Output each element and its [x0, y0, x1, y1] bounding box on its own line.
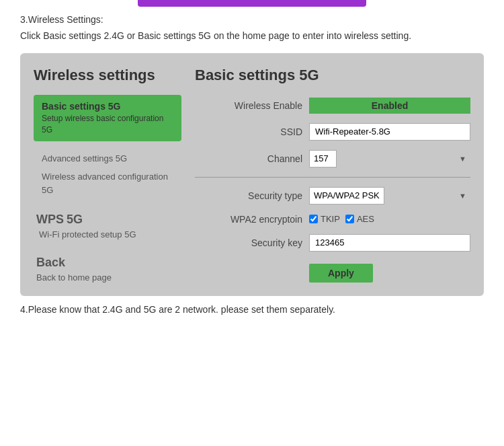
main-title: Basic settings 5G — [195, 67, 470, 84]
security-key-row: Security key — [195, 234, 470, 252]
security-type-label: Security type — [195, 190, 302, 201]
divider — [195, 177, 470, 178]
security-type-select[interactable]: WPA/WPA2 PSK None WPA2 PSK — [309, 187, 384, 205]
wps-section: WPS 5G Wi-Fi protected setup 5G — [34, 213, 181, 239]
wpa2-row: WPA2 encryptoin TKIP AES — [195, 214, 470, 225]
step4-note: 4.Please know that 2.4G and 5G are 2 net… — [0, 296, 504, 323]
wps-desc[interactable]: Wi-Fi protected setup 5G — [36, 229, 181, 239]
back-home-link[interactable]: Back to home page — [36, 272, 181, 283]
tkip-checkbox[interactable] — [309, 215, 318, 223]
channel-row: Channel 157 Auto 36 40 44 48 149 153 161… — [195, 150, 470, 168]
step3-label: 3.Wireless Settings: — [20, 12, 484, 27]
back-button[interactable]: Back — [36, 256, 181, 270]
main-panel: Wireless settings Basic settings 5G Setu… — [20, 53, 484, 297]
security-type-row: Security type WPA/WPA2 PSK None WPA2 PSK — [195, 187, 470, 205]
security-type-select-wrapper: WPA/WPA2 PSK None WPA2 PSK — [309, 187, 470, 205]
menu-basic-settings-5g[interactable]: Basic settings 5G Setup wireless basic c… — [34, 95, 181, 141]
ssid-row: SSID — [195, 123, 470, 141]
sidebar: Wireless settings Basic settings 5G Setu… — [34, 67, 181, 283]
wireless-enable-row: Wireless Enable Enabled — [195, 98, 470, 114]
wpa2-checkboxes: TKIP AES — [309, 214, 470, 224]
apply-button[interactable]: Apply — [309, 264, 373, 283]
aes-checkbox[interactable] — [345, 215, 354, 223]
wps-label[interactable]: WPS — [36, 213, 64, 226]
security-key-label: Security key — [195, 237, 302, 248]
menu-advanced-config[interactable]: Wireless advanced configuration 5G — [36, 168, 181, 199]
sidebar-title: Wireless settings — [34, 67, 181, 84]
aes-label: AES — [357, 214, 374, 224]
security-key-input[interactable] — [309, 234, 470, 252]
tkip-label: TKIP — [321, 214, 340, 224]
menu-basic-sub: Setup wireless basic configuration 5G — [42, 113, 173, 136]
menu-basic-label: Basic settings 5G — [42, 100, 173, 114]
main-content: Basic settings 5G Wireless Enable Enable… — [195, 67, 470, 283]
channel-label: Channel — [195, 153, 302, 164]
aes-checkbox-item: AES — [345, 214, 374, 224]
step3-desc: Click Basic settings 2.4G or Basic setti… — [20, 28, 484, 43]
ssid-label: SSID — [195, 126, 302, 137]
wireless-enable-label: Wireless Enable — [195, 100, 302, 111]
top-bar — [138, 0, 366, 7]
ssid-input[interactable] — [309, 123, 470, 141]
menu-advanced-settings[interactable]: Advanced settings 5G — [36, 149, 181, 168]
wireless-enable-badge: Enabled — [309, 98, 470, 114]
wps-5g-text[interactable]: 5G — [67, 213, 83, 226]
tkip-checkbox-item: TKIP — [309, 214, 340, 224]
menu-group-advanced: Advanced settings 5G Wireless advanced c… — [34, 149, 181, 200]
back-section: Back Back to home page — [34, 256, 181, 283]
wpa2-label: WPA2 encryptoin — [195, 214, 302, 225]
channel-select[interactable]: 157 Auto 36 40 44 48 149 153 161 165 — [309, 150, 337, 168]
channel-select-wrapper: 157 Auto 36 40 44 48 149 153 161 165 — [309, 150, 470, 168]
step3-instructions: 3.Wireless Settings: Click Basic setting… — [0, 7, 504, 53]
